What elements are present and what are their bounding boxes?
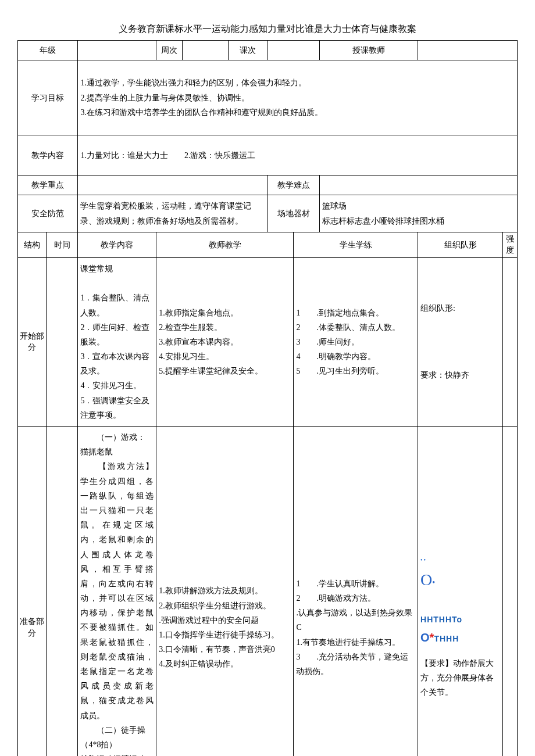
prep-jxnr-p2: 【游戏方法】学生分成四组，各一路纵队，每组选出一只猫和一只老鼠。在规定区域内，老… [80, 459, 154, 722]
col-zzdx: 组织队形 [418, 232, 503, 257]
week-label: 周次 [156, 41, 183, 60]
key-point-value [78, 175, 268, 195]
safety-text: 学生需穿着宽松服装，运动鞋，遵守体育课堂记录、游戏规则；教师准备好场地及所需器材… [78, 195, 268, 232]
prep-xsxl: 1 .学生认真听讲解。 2 .明确游戏方法。 .认真参与游戏，以达到热身效果C … [294, 427, 418, 757]
lesson-plan-table: 年级 周次 课次 授课教师 学习目标 1.通过教学，学生能说出强力和轻力的区别，… [17, 40, 518, 756]
prep-jxnr-p1: （一）游戏：猫抓老鼠 [80, 430, 154, 459]
start-jsjx: 1.教师指定集合地点。 2.检查学生服装。 3.教师宣布本课内容。 4.安排见习… [156, 257, 294, 426]
teacher-label: 授课教师 [320, 41, 418, 60]
col-header-row-1: 结构 时间 教学内容 教师教学 学生学练 组织队形 强度 [18, 232, 518, 257]
grade-value-cell [78, 41, 156, 60]
formation-row-1-icon: HHTHHTo [420, 612, 500, 627]
start-zzdx-top: 组织队形: [420, 301, 500, 316]
safety-label: 安全防范 [18, 195, 78, 232]
prep-jxnr: （一）游戏：猫抓老鼠 【游戏方法】学生分成四组，各一路纵队，每组选出一只猫和一只… [78, 427, 156, 757]
formation-circle-icon: O• [420, 565, 500, 594]
key-point-label: 教学重点 [18, 175, 78, 195]
objectives-content: 1.通过教学，学生能说出强力和轻力的区别，体会强力和轻力。 2.提高学生的上肢力… [78, 60, 518, 135]
teacher-value-cell [418, 41, 518, 60]
objectives-label: 学习目标 [18, 60, 78, 135]
start-zzdx: 组织队形: 要求：快静齐 [418, 257, 503, 426]
start-zzdx-bottom: 要求：快静齐 [420, 368, 500, 382]
content-row: 教学内容 1.力量对比：谁是大力士 2.游戏：快乐搬运工 [18, 135, 518, 175]
content-text: 1.力量对比：谁是大力士 2.游戏：快乐搬运工 [78, 135, 518, 175]
obj-line-3: 3.在练习和游戏中培养学生的团队合作精神和遵守规则的良好品质。 [80, 105, 515, 120]
obj-line-2: 2.提高学生的上肢力量与身体灵敏性、协调性。 [80, 91, 515, 105]
equip-label: 场地器材 [268, 195, 320, 232]
objectives-row: 学习目标 1.通过教学，学生能说出强力和轻力的区别，体会强力和轻力。 2.提高学… [18, 60, 518, 135]
prep-zzdx: •• O• HHTHHTo O*THHH 【要求】动作舒展大方，充分伸展身体各个… [418, 427, 503, 757]
prep-zzdx-req: 【要求】动作舒展大方，充分伸展身体各个关节。 [420, 656, 500, 700]
start-qd-cell [503, 257, 518, 426]
col-jxnr: 教学内容 [78, 232, 156, 257]
equip-text: 篮球场 标志杆标志盘小哑铃排球挂图水桶 [320, 195, 518, 232]
col-qd: 强度 [503, 232, 518, 257]
formation-row-2-icon: O*THHH [420, 627, 500, 648]
diff-point-value [320, 175, 518, 195]
focus-row: 教学重点 教学难点 [18, 175, 518, 195]
formation-dots-icon: •• [420, 555, 500, 565]
prep-section-label: 准备部分 [18, 427, 47, 757]
col-struct: 结构 [18, 232, 47, 257]
start-time-cell [47, 257, 78, 426]
safety-row: 安全防范 学生需穿着宽松服装，运动鞋，遵守体育课堂记录、游戏规则；教师准备好场地… [18, 195, 518, 232]
doc-title: 义务教育新课标水平一运动能力感知力量对比谁是大力士体育与健康教案 [17, 23, 518, 35]
prep-jxnr-p4: 扩胸运动振臂运动肩绕环踹背运动体转运动绕膝运动前后弓步压腿手腕、踝关节运动 [80, 752, 154, 756]
col-jsjx: 教师教学 [156, 232, 294, 257]
col-xsxl: 学生学练 [294, 232, 418, 257]
obj-line-1: 1.通过教学，学生能说出强力和轻力的区别，体会强力和轻力。 [80, 76, 515, 90]
start-xsxl: 1 .到指定地点集合。 2 .体委整队、清点人数。 3 .师生问好。 4 .明确… [294, 257, 418, 426]
prep-jxnr-p3: （二）徒手操（4*8拍） [80, 723, 154, 752]
week-value-cell [183, 41, 229, 60]
prep-jsjx: 1.教师讲解游戏方法及规则。 2.教师组织学生分组进行游戏。 .强调游戏过程中的… [156, 427, 294, 757]
lesson-num-value-cell [268, 41, 320, 60]
prep-time-cell [47, 427, 78, 757]
start-section-label: 开始部分 [18, 257, 47, 426]
start-row: 开始部分 课堂常规 1．集合整队、清点人数。 2．师生问好、检查服装。 3．宣布… [18, 257, 518, 426]
prep-row: 准备部分 （一）游戏：猫抓老鼠 【游戏方法】学生分成四组，各一路纵队，每组选出一… [18, 427, 518, 757]
content-label: 教学内容 [18, 135, 78, 175]
start-jxnr: 课堂常规 1．集合整队、清点人数。 2．师生问好、检查服装。 3．宣布本次课内容… [78, 257, 156, 426]
grade-label: 年级 [18, 41, 78, 60]
header-row: 年级 周次 课次 授课教师 [18, 41, 518, 60]
prep-qd-cell [503, 427, 518, 757]
diff-point-label: 教学难点 [268, 175, 320, 195]
lesson-num-label: 课次 [228, 41, 267, 60]
col-time: 时间 [47, 232, 78, 257]
